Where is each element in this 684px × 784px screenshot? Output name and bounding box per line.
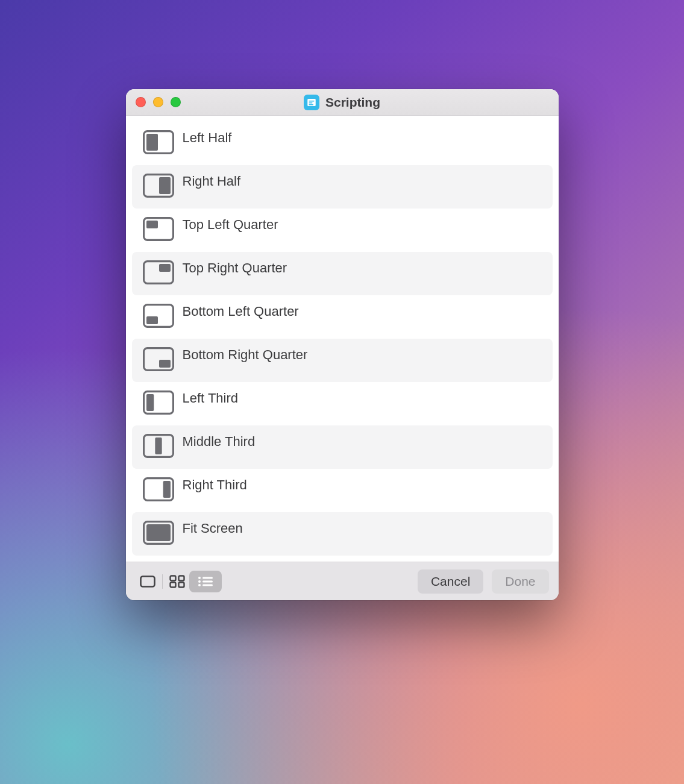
window-title: Scripting	[325, 95, 380, 110]
svg-rect-30	[202, 577, 213, 579]
svg-rect-34	[202, 584, 213, 586]
action-label: Bottom Right Quarter	[183, 346, 308, 363]
right-third-icon	[143, 477, 183, 504]
left-third-icon	[143, 390, 183, 417]
scripting-window: Scripting Left HalfRight HalfTop Left Qu…	[126, 89, 559, 600]
cancel-button[interactable]: Cancel	[418, 569, 483, 594]
action-label: Top Left Quarter	[183, 216, 278, 233]
svg-rect-25	[170, 575, 175, 580]
svg-point-31	[198, 580, 201, 583]
titlebar[interactable]: Scripting	[126, 89, 559, 116]
action-label: Middle Third	[183, 433, 256, 450]
bottom-left-quarter-icon	[143, 304, 183, 330]
view-grid-button[interactable]	[165, 571, 189, 592]
bottom-toolbar: Cancel Done	[126, 562, 559, 600]
action-label: Bottom Left Quarter	[183, 303, 299, 319]
action-label: Top Right Quarter	[183, 259, 287, 276]
action-bottom-right-quarter[interactable]: Bottom Right Quarter	[132, 339, 553, 382]
top-right-quarter-icon	[143, 260, 183, 287]
svg-rect-24	[140, 576, 154, 586]
svg-rect-2	[309, 102, 312, 104]
action-right-half[interactable]: Right Half	[132, 165, 553, 209]
action-middle-third[interactable]: Middle Third	[132, 425, 553, 469]
action-label: Right Half	[183, 172, 241, 189]
action-bottom-left-quarter[interactable]: Bottom Left Quarter	[132, 295, 553, 339]
action-top-left-quarter[interactable]: Top Left Quarter	[132, 209, 553, 252]
view-single-button[interactable]	[136, 571, 160, 592]
close-window-button[interactable]	[136, 97, 146, 107]
svg-rect-23	[146, 524, 171, 541]
zoom-window-button[interactable]	[171, 97, 181, 107]
action-label: Left Third	[183, 389, 239, 406]
view-separator	[162, 574, 163, 589]
window-title-wrap: Scripting	[304, 95, 380, 110]
action-label: Right Third	[183, 476, 247, 493]
view-list-button[interactable]	[189, 571, 222, 592]
svg-rect-1	[309, 101, 314, 102]
svg-point-33	[198, 584, 201, 586]
svg-rect-27	[170, 582, 175, 587]
traffic-lights	[136, 89, 181, 115]
svg-rect-26	[178, 575, 184, 580]
desktop-background: Scripting Left HalfRight HalfTop Left Qu…	[0, 0, 684, 784]
fit-screen-icon	[143, 521, 183, 547]
action-fit-screen[interactable]: Fit Screen	[132, 512, 553, 556]
svg-rect-21	[163, 481, 170, 498]
svg-rect-11	[159, 264, 171, 272]
svg-rect-17	[146, 394, 154, 411]
svg-point-29	[198, 577, 201, 579]
view-mode-group	[136, 571, 222, 592]
action-list[interactable]: Left HalfRight HalfTop Left QuarterTop R…	[126, 116, 559, 562]
left-half-icon	[143, 130, 183, 157]
action-right-third[interactable]: Right Third	[132, 469, 553, 512]
action-top-right-quarter[interactable]: Top Right Quarter	[132, 252, 553, 295]
action-left-third[interactable]: Left Third	[132, 382, 553, 425]
svg-rect-15	[159, 360, 171, 368]
bottom-right-quarter-icon	[143, 347, 183, 374]
svg-rect-32	[202, 580, 213, 582]
action-label: Fit Screen	[183, 519, 243, 536]
action-left-half[interactable]: Left Half	[132, 122, 553, 165]
svg-rect-3	[309, 104, 313, 105]
svg-rect-9	[146, 221, 158, 228]
scripting-app-icon	[304, 95, 319, 110]
top-left-quarter-icon	[143, 217, 183, 243]
middle-third-icon	[143, 434, 183, 460]
minimize-window-button[interactable]	[153, 97, 163, 107]
action-label: Left Half	[183, 129, 232, 146]
svg-rect-13	[146, 316, 158, 324]
right-half-icon	[143, 174, 183, 200]
svg-rect-28	[178, 582, 184, 587]
svg-rect-5	[146, 134, 158, 151]
svg-rect-7	[159, 177, 171, 194]
svg-rect-19	[155, 437, 162, 454]
done-button[interactable]: Done	[492, 569, 548, 594]
